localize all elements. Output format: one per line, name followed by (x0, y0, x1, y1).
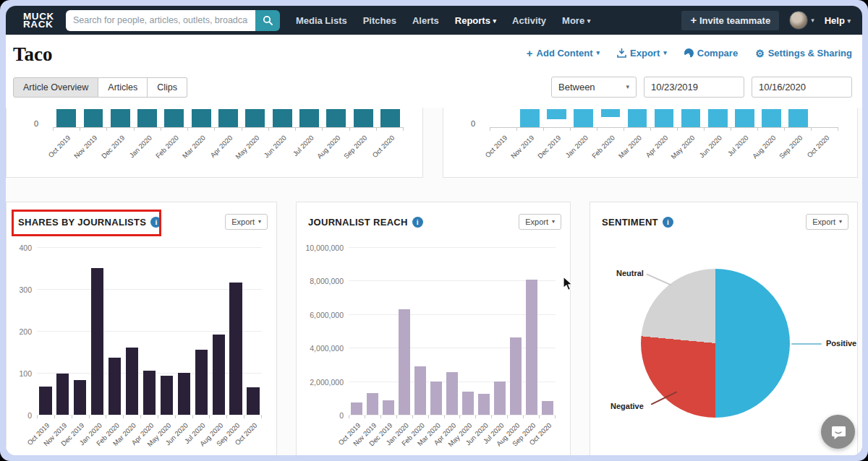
y-axis-label: 0 (339, 411, 344, 420)
nav-item-more-label: More (562, 15, 584, 26)
bar (547, 109, 566, 119)
main-chart-row: SHARES BY JOURNALISTS i Export▾ 40030020… (6, 202, 858, 455)
bar (628, 109, 647, 127)
nav-item-reports[interactable]: Reports ▾ (455, 15, 496, 26)
chat-widget-button[interactable] (821, 415, 855, 449)
bar-group (349, 247, 556, 415)
compare-label: Compare (697, 48, 738, 59)
chevron-down-icon: ▾ (493, 17, 497, 25)
bar (56, 109, 76, 127)
chevron-down-icon: ▾ (258, 218, 261, 225)
bar (109, 358, 121, 415)
x-axis-labels: Oct 2019Nov 2019Dec 2019Jan 2020Feb 2020… (490, 131, 838, 173)
x-axis-label: Oct 2019 (46, 134, 72, 159)
date-operator-select[interactable]: Between▾ (551, 77, 637, 98)
title-row: Taco + Add Content ▾ Export ▾ Compare ⚙ … (13, 43, 852, 65)
sentiment-pie-chart (641, 269, 790, 418)
nav-item-more[interactable]: More ▾ (562, 15, 590, 26)
bar (161, 376, 173, 415)
shares-by-journalists-card: SHARES BY JOURNALISTS i Export▾ 40030020… (6, 202, 277, 455)
nav-item-pitches[interactable]: Pitches (363, 15, 396, 26)
plus-icon: + (527, 50, 533, 57)
card-export-button[interactable]: Export▾ (806, 214, 848, 230)
settings-sharing-button[interactable]: ⚙ Settings & Sharing (755, 48, 852, 59)
bar (446, 372, 458, 415)
card-title: SENTIMENT (602, 217, 658, 228)
bar (39, 387, 51, 415)
tab-articles[interactable]: Articles (98, 77, 148, 98)
card-title: JOURNALIST REACH (308, 217, 408, 228)
y-axis-label: 0 (471, 119, 475, 128)
pie-label-negative: Negative (610, 402, 644, 410)
nav-item-activity[interactable]: Activity (512, 15, 546, 26)
y-axis-label: 0 (34, 119, 38, 128)
nav-item-alerts[interactable]: Alerts (412, 15, 439, 26)
chevron-down-icon: ▾ (663, 49, 667, 56)
add-content-button[interactable]: + Add Content ▾ (527, 48, 600, 59)
bar (143, 371, 156, 415)
avatar (789, 11, 808, 30)
search-input[interactable] (66, 10, 255, 31)
bar (354, 109, 373, 127)
pie-chart-icon (683, 47, 695, 59)
card-header: JOURNALIST REACH i Export▾ (297, 202, 570, 237)
bar-group (37, 247, 262, 415)
sentiment-card: SENTIMENT i Export▾ Neutral Positive Neg… (590, 202, 858, 455)
header-actions: + Add Content ▾ Export ▾ Compare ⚙ Setti… (527, 43, 852, 59)
y-axis-label: 300 (19, 285, 32, 294)
bar (383, 400, 394, 415)
journalist-reach-card: JOURNALIST REACH i Export▾ 10,000,0008,0… (296, 202, 571, 455)
y-axis-label: 400 (19, 244, 32, 252)
user-menu[interactable]: ▾ (789, 11, 814, 30)
leader-line-neutral (646, 273, 672, 285)
bar (74, 380, 86, 415)
controls-row: Article Overview Articles Clips Between▾ (13, 77, 852, 98)
info-icon[interactable]: i (412, 217, 423, 228)
screen-frame: MUCK RACK Media Lists Pitches Alerts Rep… (0, 0, 868, 461)
invite-teammate-button[interactable]: + Invite teammate (681, 11, 779, 30)
tab-clips[interactable]: Clips (148, 77, 187, 98)
card-export-label: Export (812, 217, 835, 226)
nav-item-media-lists[interactable]: Media Lists (296, 15, 347, 26)
dashboard-content: 0 Oct 2019Nov 2019Dec 2019Jan 2020Feb 20… (6, 108, 862, 455)
gear-icon: ⚙ (755, 50, 765, 57)
export-button[interactable]: Export ▾ (617, 48, 667, 59)
nav-item-reports-label: Reports (455, 15, 490, 26)
plus-icon: + (690, 14, 697, 26)
bar (574, 109, 593, 127)
card-export-button[interactable]: Export▾ (519, 214, 561, 230)
info-icon[interactable]: i (663, 217, 673, 228)
search-button[interactable] (255, 10, 280, 31)
date-operator-value: Between (558, 82, 595, 92)
help-menu[interactable]: Help ▾ (825, 15, 851, 26)
card-export-button[interactable]: Export▾ (225, 214, 268, 230)
info-icon[interactable]: i (150, 217, 161, 228)
top-nav-bar: MUCK RACK Media Lists Pitches Alerts Rep… (6, 6, 862, 35)
y-axis-label: 4,000,000 (310, 344, 344, 353)
end-date-input[interactable] (752, 77, 852, 98)
pie-label-positive: Positive (826, 339, 856, 348)
download-icon (617, 48, 626, 58)
bar (245, 109, 265, 127)
bar (494, 382, 506, 415)
bar (681, 109, 701, 127)
invite-teammate-label: Invite teammate (699, 15, 770, 26)
y-axis-label: 2,000,000 (310, 378, 344, 387)
bar (218, 109, 238, 127)
y-axis-label: 6,000,000 (310, 311, 344, 319)
bar (735, 109, 754, 127)
bar (91, 268, 103, 415)
bar (399, 309, 410, 415)
clipped-bar-chart-right: 0 Oct 2019Nov 2019Dec 2019Jan 2020Feb 20… (443, 109, 857, 173)
compare-button[interactable]: Compare (684, 48, 738, 59)
muckrack-logo[interactable]: MUCK RACK (23, 12, 54, 28)
pie-label-neutral: Neutral (616, 269, 644, 277)
x-axis-label: Oct 2019 (483, 134, 509, 159)
card-export-label: Export (231, 217, 255, 226)
bar (520, 109, 540, 127)
bar (178, 373, 190, 415)
chevron-down-icon: ▾ (597, 49, 600, 56)
bar (430, 382, 442, 415)
tab-article-overview[interactable]: Article Overview (13, 77, 98, 98)
start-date-input[interactable] (644, 77, 744, 98)
